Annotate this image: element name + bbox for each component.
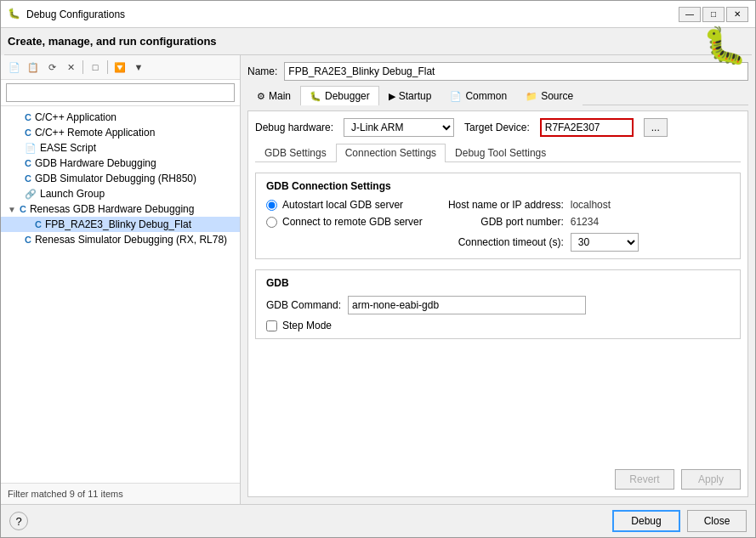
list-item[interactable]: C C/C++ Remote Application <box>1 125 240 140</box>
list-item[interactable]: ▼ C Renesas GDB Hardware Debugging <box>1 201 240 217</box>
gdb-conn-section-title: GDB Connection Settings <box>266 180 730 192</box>
spacer <box>255 346 741 459</box>
window-icon: 🐛 <box>8 8 21 21</box>
name-input[interactable] <box>284 62 748 81</box>
host-label: Host name or IP address: <box>436 199 564 211</box>
filter-dropdown-button[interactable]: ▼ <box>130 59 147 76</box>
left-panel: 📄 📋 ⟳ ✕ □ 🔽 ▼ C C/C++ Application <box>1 55 241 504</box>
action-row: Revert Apply <box>255 466 741 490</box>
name-label: Name: <box>247 65 277 77</box>
config-icon: C <box>25 127 31 138</box>
timeout-row: Connection timeout (s): 30 60 120 <box>436 233 639 252</box>
remote-label: Connect to remote GDB server <box>282 216 423 228</box>
sub-tab-gdb-settings[interactable]: GDB Settings <box>255 144 336 161</box>
tree-area: C C/C++ Application C C/C++ Remote Appli… <box>1 106 240 483</box>
debugger-tab-icon: 🐛 <box>310 91 321 102</box>
toolbar-sep1 <box>82 60 83 74</box>
apply-button[interactable]: Apply <box>681 469 741 490</box>
autostart-radio[interactable] <box>266 200 277 211</box>
delete-button[interactable]: ✕ <box>62 59 79 76</box>
main-tab-icon: ⚙ <box>257 91 265 102</box>
tab-debugger[interactable]: 🐛 Debugger <box>300 86 379 105</box>
list-item[interactable]: C FPB_RA2E3_Blinky Debug_Flat <box>1 217 240 232</box>
sub-tab-debug-tool-settings[interactable]: Debug Tool Settings <box>446 144 555 161</box>
debug-configurations-window: 🐛 Debug Configurations — □ ✕ Create, man… <box>0 0 756 538</box>
source-tab-icon: 📁 <box>526 91 537 102</box>
browse-target-button[interactable]: ... <box>644 118 668 137</box>
list-item[interactable]: C C/C++ Application <box>1 110 240 125</box>
group-icon: C <box>20 204 26 214</box>
target-label: Target Device: <box>464 122 530 133</box>
connection-area: Autostart local GDB server Connect to re… <box>266 199 730 252</box>
common-tab-icon: 📄 <box>450 91 462 102</box>
duplicate-button[interactable]: 📋 <box>25 59 42 76</box>
list-item[interactable]: 🔗 Launch Group <box>1 186 240 201</box>
name-row: Name: <box>247 62 748 81</box>
autostart-radio-item[interactable]: Autostart local GDB server <box>266 199 423 211</box>
close-button[interactable]: ✕ <box>726 7 748 22</box>
connection-right: Host name or IP address: localhost GDB p… <box>436 199 639 252</box>
gdb-content: GDB Command: Step Mode <box>266 296 730 331</box>
tab-source[interactable]: 📁 Source <box>516 86 583 105</box>
tab-source-label: Source <box>541 90 573 102</box>
tab-main[interactable]: ⚙ Main <box>247 86 300 105</box>
launch-icon: 🔗 <box>25 189 37 200</box>
bottom-bar: ? Debug Close <box>1 504 755 537</box>
export-button[interactable]: ⟳ <box>43 59 60 76</box>
bottom-right: Debug Close <box>612 510 747 532</box>
port-row: GDB port number: 61234 <box>436 216 639 228</box>
close-dialog-button[interactable]: Close <box>687 510 747 532</box>
minimize-button[interactable]: — <box>679 7 701 22</box>
debugger-content: Debug hardware: J-Link ARM Target Device… <box>247 110 748 497</box>
window-title: Debug Configurations <box>26 8 125 20</box>
help-button[interactable]: ? <box>9 512 28 530</box>
tab-main-label: Main <box>269 90 291 102</box>
tab-startup[interactable]: ▶ Startup <box>379 86 441 105</box>
gdb-command-input[interactable] <box>348 296 586 314</box>
sub-tab-connection-settings[interactable]: Connection Settings <box>336 144 446 162</box>
filter-button[interactable]: 🔽 <box>111 59 128 76</box>
search-input[interactable] <box>6 83 235 102</box>
timeout-select[interactable]: 30 60 120 <box>571 233 639 252</box>
step-mode-checkbox[interactable] <box>266 320 277 331</box>
port-value: 61234 <box>571 216 599 228</box>
new-config-button[interactable]: 📄 <box>6 59 23 76</box>
config-icon: C <box>25 158 31 168</box>
hw-select[interactable]: J-Link ARM <box>344 118 454 137</box>
maximize-button[interactable]: □ <box>702 7 725 22</box>
target-device-input[interactable] <box>540 118 634 137</box>
tabs-bar: ⚙ Main 🐛 Debugger ▶ Startup 📄 Common 📁 <box>247 86 748 105</box>
list-item[interactable]: C GDB Simulator Debugging (RH850) <box>1 171 240 186</box>
config-icon: C <box>25 235 31 245</box>
config-icon: C <box>25 112 31 122</box>
filter-status-text: Filter matched 9 of 11 items <box>8 489 123 499</box>
step-mode-row[interactable]: Step Mode <box>266 320 730 331</box>
tab-startup-label: Startup <box>399 90 432 102</box>
title-bar-left: 🐛 Debug Configurations <box>8 8 125 21</box>
bottom-left: ? <box>9 512 28 530</box>
hw-label: Debug hardware: <box>255 122 333 133</box>
expand-icon: ▼ <box>8 205 16 214</box>
gdb-cmd-label: GDB Command: <box>266 299 341 311</box>
timeout-label: Connection timeout (s): <box>436 236 564 248</box>
description-area: Create, manage, and run configurations 🐛 <box>1 28 755 54</box>
bug-decoration-icon: 🐛 <box>702 28 747 64</box>
debug-button[interactable]: Debug <box>612 510 680 532</box>
collapse-button[interactable]: □ <box>87 59 104 76</box>
title-bar: 🐛 Debug Configurations — □ ✕ <box>1 1 755 28</box>
title-bar-controls: — □ ✕ <box>679 7 748 22</box>
tab-common[interactable]: 📄 Common <box>441 86 516 105</box>
remote-radio-item[interactable]: Connect to remote GDB server <box>266 216 423 228</box>
hardware-row: Debug hardware: J-Link ARM Target Device… <box>255 118 741 137</box>
tab-common-label: Common <box>465 90 507 102</box>
gdb-section: GDB GDB Command: Step Mode <box>255 269 741 339</box>
gdb-cmd-row: GDB Command: <box>266 296 730 314</box>
list-item[interactable]: C GDB Hardware Debugging <box>1 156 240 171</box>
remote-radio[interactable] <box>266 217 277 228</box>
list-item[interactable]: 📄 EASE Script <box>1 140 240 156</box>
revert-button[interactable]: Revert <box>615 469 674 490</box>
step-mode-label: Step Mode <box>282 320 332 331</box>
left-toolbar: 📄 📋 ⟳ ✕ □ 🔽 ▼ <box>1 55 240 80</box>
startup-tab-icon: ▶ <box>389 91 395 102</box>
list-item[interactable]: C Renesas Simulator Debugging (RX, RL78) <box>1 232 240 247</box>
